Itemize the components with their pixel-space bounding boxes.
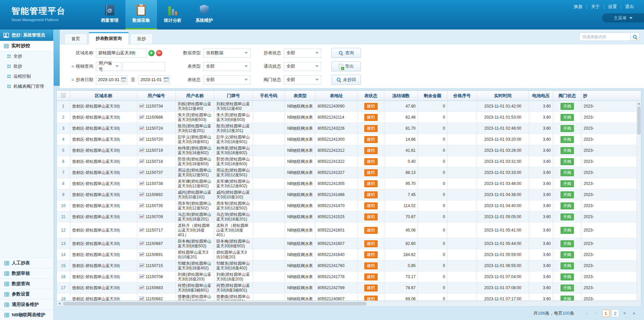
meter-type-select[interactable]: 全部 — [203, 62, 251, 71]
column-header-area[interactable]: 区域名称 — [70, 91, 137, 101]
table-row[interactable]: 14曾都区-碧桂园翠山蓝天3街11150691碧桂园翠山蓝天3街10座201碧桂… — [57, 249, 641, 260]
tab-0[interactable]: 首页 — [64, 34, 87, 44]
table-row[interactable]: 4曾都区-碧桂园翠山蓝天3街11150720彭学义(碧桂园翠山蓝天3街16座60… — [57, 134, 641, 145]
scroll-up-arrow triangle-up-icon[interactable] — [637, 101, 641, 106]
column-header-num[interactable] — [57, 91, 70, 101]
mini-line-chart-icon[interactable] — [139, 252, 144, 257]
tab-2[interactable]: 批抄 — [130, 34, 153, 44]
calendar-icon[interactable] — [121, 77, 126, 82]
column-header-status[interactable]: 表状态 — [358, 91, 384, 101]
quick-search-button[interactable] — [630, 33, 639, 41]
sidebar-bottom-item-2[interactable]: 数据查询 — [0, 278, 53, 289]
calendar-icon[interactable] — [164, 77, 169, 82]
quick-search-input[interactable] — [579, 33, 630, 41]
mini-line-chart-icon[interactable] — [139, 228, 144, 233]
table-row[interactable]: 18曾都区-碧桂园翠山蓝天3街11150682曾鹏傲(碧桂园翠山蓝天3街8座30… — [57, 294, 641, 301]
mini-line-chart-icon[interactable] — [139, 274, 144, 279]
sidebar-bottom-item-5[interactable]: NB物联网表维护 — [0, 310, 53, 320]
data-type-select[interactable]: 当前数据 — [203, 49, 251, 58]
sidebar-bottom-item-3[interactable]: 参数设置 — [0, 289, 53, 299]
top-link-0[interactable]: 换肤 — [570, 4, 587, 9]
table-row[interactable]: 9曾都区-碧桂园翠山蓝天3街11150692戚尚(碧桂园翠山蓝天3街10座102… — [57, 189, 641, 200]
top-link-1[interactable]: 关于 — [587, 4, 604, 9]
query-button[interactable]: 查询 — [331, 48, 361, 58]
fuzzy-field-select[interactable]: 用户编号 — [96, 62, 121, 71]
column-header-voltage[interactable]: 电池电压 — [529, 91, 553, 101]
top-link-3[interactable]: 退出 — [621, 4, 638, 9]
mini-line-chart-icon[interactable] — [139, 181, 144, 186]
column-header-meter_addr[interactable]: 表地址 — [316, 91, 358, 101]
mini-line-chart-icon[interactable] — [139, 297, 144, 301]
table-row[interactable]: 8曾都区-碧桂园翠山蓝天3街11150738吴军娜(碧桂园翠山蓝天3街12座60… — [57, 178, 641, 189]
sidebar-section-realtime-reading[interactable]: 实时抄控 — [0, 41, 53, 51]
vertical-scrollbar[interactable] — [637, 101, 641, 301]
table-row[interactable]: 17曾都区-碧桂园翠山蓝天3街11150683何赟(碧桂园翠山蓝天3街8座3栋6… — [57, 282, 641, 294]
valve-status-select[interactable]: 全部 — [284, 75, 321, 84]
sidebar-bottom-item-4[interactable]: 通用设备维护 — [0, 299, 53, 310]
column-header-frozen[interactable]: 冻结读数 — [384, 91, 418, 101]
column-header-door_no[interactable]: 门牌号 — [214, 91, 253, 101]
pager-page-1[interactable]: 1 — [602, 310, 609, 317]
date-from-input[interactable] — [96, 76, 121, 84]
unread-button[interactable]: 未抄回 — [331, 75, 361, 85]
comm-status-select[interactable]: 全部 — [284, 62, 321, 71]
table-row[interactable]: 3曾都区-碧桂园翠山蓝天3街11150724殷浩(碧桂园翠山蓝天3街12座201… — [57, 123, 641, 134]
sidebar-subitem-2[interactable]: 远程控制 — [0, 71, 53, 81]
scroll-left-arrow triangle-left-icon[interactable] — [57, 301, 62, 306]
mini-line-chart-icon[interactable] — [139, 126, 144, 131]
sidebar-bottom-item-1[interactable]: 数据审核 — [0, 268, 53, 278]
table-row[interactable]: 13曾都区-碧桂园翠山蓝天3街11150687田冬梅(碧桂园翠山蓝天3街8座50… — [57, 238, 641, 249]
column-header-user_name[interactable]: 用户名称 — [176, 91, 214, 101]
pager-page-2[interactable]: 2 — [611, 310, 619, 317]
area-name-input[interactable] — [96, 49, 147, 58]
nav-item-archive[interactable]: 档案管理 — [94, 0, 125, 29]
area-add-button plus-circle-icon[interactable]: + — [148, 50, 155, 56]
mini-line-chart-icon[interactable] — [139, 115, 144, 120]
nav-item-maintain[interactable]: 系统维护 — [189, 0, 220, 29]
fuzzy-query-input[interactable] — [123, 62, 165, 71]
nav-item-collect[interactable]: 数据采集 — [125, 0, 157, 29]
area-remove-button minus-circle-icon[interactable]: − — [156, 50, 162, 56]
export-button[interactable]: 导出 — [331, 61, 361, 71]
column-header-realtime[interactable]: 实时时间 — [477, 91, 529, 101]
mini-line-chart-icon[interactable] — [139, 203, 144, 208]
top-link-2[interactable]: 设置 — [604, 4, 621, 9]
mini-line-chart-icon[interactable] — [139, 214, 144, 219]
main-menu-button[interactable]: 主菜单 — [602, 13, 644, 22]
mini-line-chart-icon[interactable] — [139, 241, 144, 246]
sidebar-subitem-0[interactable]: 全抄 — [0, 51, 53, 61]
collapse-toggle-icon[interactable]: ≡ — [71, 64, 74, 69]
column-header-user_no[interactable]: 用户编号 — [137, 91, 176, 101]
table-row[interactable]: 5曾都区-碧桂园翠山蓝天3街11150719柏伟星(碧桂园翠山蓝天3街16座60… — [57, 145, 641, 156]
table-row[interactable]: 15曾都区-碧桂园翠山蓝天3街11150715邹耀东(碧桂园翠山蓝天3街16座4… — [57, 260, 641, 271]
mini-line-chart-icon[interactable] — [139, 148, 144, 153]
meter-status-select[interactable]: 全部 — [203, 75, 251, 84]
mini-line-chart-icon[interactable] — [139, 285, 144, 291]
mini-line-chart-icon[interactable] — [139, 263, 144, 268]
mini-line-chart-icon[interactable] — [139, 137, 144, 142]
column-header-phone[interactable]: 手机号码 — [253, 91, 285, 101]
table-row[interactable]: 1曾都区-碧桂园翠山蓝天3街11150734刘权(碧桂园翠山蓝天3街12座402… — [57, 101, 641, 112]
mini-line-chart-icon[interactable] — [139, 170, 144, 175]
pager-next[interactable]: > — [621, 310, 628, 317]
sidebar-subitem-3[interactable]: 机械表阀门管理 — [0, 81, 53, 91]
date-to-input[interactable] — [139, 76, 164, 84]
column-header-price_no[interactable]: 价格序号 — [447, 91, 477, 101]
column-header-extra[interactable]: 抄 — [582, 91, 641, 101]
pager-last[interactable]: » — [630, 310, 638, 317]
read-status-select[interactable]: 全部 — [284, 49, 321, 58]
table-row[interactable]: 2曾都区-碧桂园翠山蓝天3街11150686朱大庆(碧桂园翠山蓝天3街8座503… — [57, 112, 641, 123]
sidebar-subitem-1[interactable]: 批抄 — [0, 61, 53, 71]
mini-line-chart-icon[interactable] — [139, 104, 144, 109]
horizontal-scrollbar[interactable] — [56, 301, 641, 307]
table-row[interactable]: 12曾都区-碧桂园翠山蓝天3街11150717孟秋月（碧桂园翠山蓝天3街16座4… — [57, 222, 641, 238]
table-row[interactable]: 16曾都区-碧桂园翠山蓝天3街11150708刘俊(碧桂园翠山蓝天3街16座20… — [57, 271, 641, 282]
table-row[interactable]: 7曾都区-碧桂园翠山蓝天3街11150737周运忠(碧桂园翠山蓝天3街12座50… — [57, 167, 641, 178]
mini-line-chart-icon[interactable] — [139, 192, 144, 197]
table-row[interactable]: 6曾都区-碧桂园翠山蓝天3街11150718郭世强(碧桂园翠山蓝天3街16座60… — [57, 156, 641, 167]
table-row[interactable]: 10曾都区-碧桂园翠山蓝天3街11150735周本智(碧桂园翠山蓝天3街12座5… — [57, 200, 641, 211]
sidebar-bottom-item-0[interactable]: 人工抄表 — [0, 258, 53, 268]
column-header-meter_type[interactable]: 表类型 — [285, 91, 316, 101]
vscroll-thumb[interactable] — [637, 106, 641, 135]
hscroll-thumb[interactable] — [63, 302, 367, 306]
